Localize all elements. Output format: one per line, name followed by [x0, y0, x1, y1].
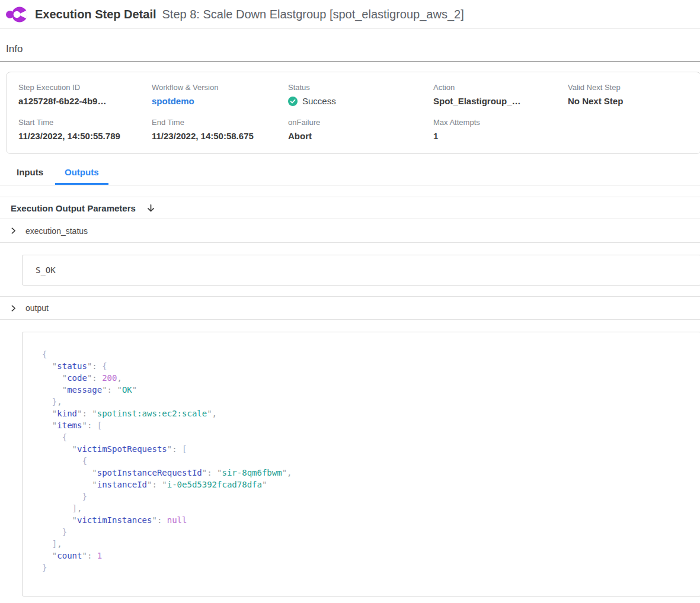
status-badge: Success [288, 96, 433, 106]
field-value: 11/23/2022, 14:50:55.789 [18, 131, 152, 141]
execution-status-value-box: S_OK [22, 255, 700, 286]
field-label: Valid Next Step [568, 83, 689, 92]
spot-logo-icon [6, 4, 28, 25]
tab-bar: Inputs Outputs [0, 163, 700, 185]
tab-outputs[interactable]: Outputs [55, 163, 108, 185]
param-row-execution-status[interactable]: execution_status [0, 219, 700, 243]
section-title: Execution Output Parameters [11, 203, 136, 213]
field-label: Step Execution ID [18, 83, 152, 92]
tab-inputs[interactable]: Inputs [7, 163, 53, 185]
status-text: Success [302, 96, 336, 106]
param-row-output[interactable]: output [0, 296, 700, 320]
field-step-execution-id: Step Execution ID a125728f-6b22-4b9… [18, 83, 152, 106]
field-label: Status [288, 83, 433, 92]
page-subtitle: Step 8: Scale Down Elastgroup [spot_elas… [162, 8, 464, 21]
param-name: output [25, 303, 49, 313]
field-end-time: End Time 11/23/2022, 14:50:58.675 [152, 118, 288, 141]
field-valid-next-step: Valid Next Step No Next Step [568, 83, 689, 106]
field-label: Max Attempts [433, 118, 568, 127]
check-circle-icon [288, 97, 298, 106]
execution-status-value: S_OK [36, 265, 56, 275]
field-value: No Next Step [568, 96, 689, 106]
info-divider [0, 61, 700, 62]
field-onfailure: onFailure Abort [288, 118, 433, 141]
chevron-right-icon [9, 304, 17, 312]
field-value: 11/23/2022, 14:50:58.675 [152, 131, 288, 141]
info-card: Step Execution ID a125728f-6b22-4b9… Wor… [6, 72, 700, 154]
field-label: End Time [152, 118, 288, 127]
field-value: a125728f-6b22-4b9… [18, 96, 152, 106]
execution-output-parameters-header: Execution Output Parameters [0, 197, 700, 219]
field-status: Status Success [288, 83, 433, 106]
field-workflow-version: Workflow & Version spotdemo [152, 83, 288, 106]
field-start-time: Start Time 11/23/2022, 14:50:55.789 [18, 118, 152, 141]
chevron-right-icon [9, 227, 17, 235]
field-label: onFailure [288, 118, 433, 127]
field-label: Action [433, 83, 568, 92]
page-header: Execution Step DetailStep 8: Scale Down … [0, 0, 700, 29]
workflow-link[interactable]: spotdemo [152, 96, 288, 106]
field-action: Action Spot_Elastigroup_… [433, 83, 568, 106]
field-value: 1 [433, 131, 568, 141]
download-button[interactable] [146, 203, 156, 213]
arrow-down-icon [146, 203, 156, 213]
field-value: Spot_Elastigroup_… [433, 96, 568, 106]
output-json-code: { "status": { "code": 200, "message": "O… [42, 348, 689, 573]
info-section-title: Info [6, 43, 700, 55]
field-label: Start Time [18, 118, 152, 127]
param-name: execution_status [25, 226, 88, 236]
field-max-attempts: Max Attempts 1 [433, 118, 568, 141]
page-title: Execution Step Detail [35, 8, 156, 21]
field-value: Abort [288, 131, 433, 141]
output-json-box: { "status": { "code": 200, "message": "O… [22, 332, 700, 596]
field-label: Workflow & Version [152, 83, 288, 92]
